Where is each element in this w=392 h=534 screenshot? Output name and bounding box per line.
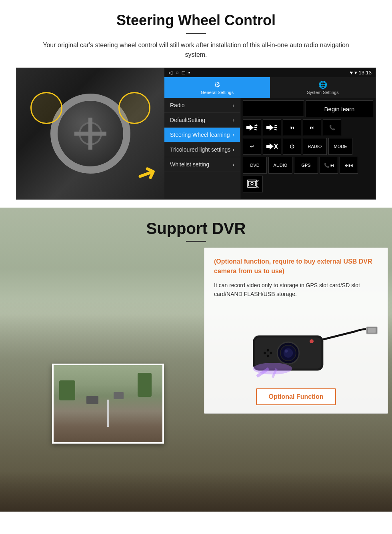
control-row-1: + - [243, 119, 373, 136]
control-row-4 [243, 176, 373, 192]
menu-list: Radio › DefaultSetting › Steering Wheel … [164, 98, 240, 199]
vol-down-btn[interactable]: - [263, 119, 281, 136]
mute-icon [266, 142, 278, 151]
svg-line-21 [257, 186, 258, 188]
begin-learn-button[interactable]: Begin learn [306, 100, 373, 117]
phone-next-btn[interactable]: ⏭⏭ [340, 157, 358, 174]
title-divider [186, 33, 206, 34]
record-btn[interactable] [243, 176, 263, 192]
control-row-2: ↩ ⏻ RADIO MODE [243, 138, 373, 155]
begin-learn-row: Begin learn [243, 100, 373, 117]
dvr-desc-text: It can record video only to storage in G… [214, 281, 378, 299]
menu-icon: ▪ [188, 70, 190, 76]
highlight-right [118, 92, 150, 124]
menu-radio-label: Radio [170, 102, 185, 108]
svg-point-26 [284, 348, 293, 358]
camera-illustration [214, 305, 378, 385]
back-icon: ◁ [168, 70, 172, 76]
tab-system[interactable]: 🌐 System Settings [270, 77, 376, 98]
dvr-title-divider [186, 241, 206, 242]
android-statusbar: ◁ ○ □ ▪ ♥ ▾ 13:13 [164, 68, 376, 77]
vol-down-icon: - [266, 123, 278, 132]
vol-up-btn[interactable]: + [243, 119, 261, 136]
svg-point-31 [270, 352, 272, 354]
svg-rect-12 [266, 145, 270, 148]
svg-point-18 [251, 182, 253, 185]
menu-item-steering[interactable]: Steering Wheel learning › [164, 128, 240, 142]
optional-function-button[interactable]: Optional Function [256, 388, 336, 405]
svg-point-32 [267, 354, 269, 357]
menu-item-radio[interactable]: Radio › [164, 98, 240, 113]
tab-general-label: General Settings [201, 90, 234, 95]
menu-tricolour-arrow: › [232, 146, 234, 153]
dvd-btn[interactable]: DVD [243, 157, 267, 174]
audio-btn[interactable]: AUDIO [268, 157, 292, 174]
svg-line-4 [254, 129, 257, 130]
dvr-thumbnail [52, 364, 164, 444]
mode-btn[interactable]: MODE [328, 138, 352, 155]
svg-rect-34 [368, 328, 376, 333]
trees-right [138, 373, 152, 397]
menu-steering-label: Steering Wheel learning [170, 132, 230, 138]
svg-text:+: + [255, 123, 258, 128]
svg-text:-: - [275, 126, 276, 131]
vehicle-2 [114, 392, 124, 399]
back-btn[interactable]: ↩ [243, 138, 261, 155]
dvr-section: Support DVR (Optional function, require … [0, 208, 392, 512]
menu-radio-arrow: › [232, 102, 234, 108]
svg-rect-17 [248, 181, 256, 186]
record-icon [246, 178, 259, 190]
phone-prev-btn[interactable]: 📞⏮ [320, 157, 338, 174]
home-icon: ○ [176, 70, 179, 76]
menu-tricolour-label: Tricoloured light settings [170, 146, 230, 153]
svg-marker-13 [270, 143, 274, 150]
menu-whitelist-label: Whitelist setting [170, 161, 209, 168]
tab-general[interactable]: ⚙ General Settings [164, 77, 270, 98]
android-tabs: ⚙ General Settings 🌐 System Settings [164, 77, 376, 98]
svg-rect-0 [246, 126, 250, 129]
next-btn[interactable]: ⏭ [303, 119, 321, 136]
android-content: Radio › DefaultSetting › Steering Wheel … [164, 98, 376, 199]
gps-btn[interactable]: GPS [294, 157, 318, 174]
mute-btn[interactable] [263, 138, 281, 155]
prev-btn[interactable]: ⏮ [283, 119, 301, 136]
svg-point-30 [267, 349, 269, 352]
arrow-overlay: ➜ [132, 157, 161, 190]
system-icon: 🌐 [318, 80, 327, 89]
steering-demo: ➜ ◁ ○ □ ▪ ♥ ▾ 13:13 ⚙ General Settings [16, 68, 376, 200]
thumbnail-bg [54, 365, 162, 442]
steering-title: Steering Wheel Control [16, 12, 376, 29]
dvr-optional-text: (Optional function, require to buy exter… [214, 257, 378, 276]
settings-icon: ⚙ [214, 80, 220, 89]
menu-whitelist-arrow: › [232, 161, 234, 168]
dvr-title-area: Support DVR [0, 208, 392, 248]
radio-btn[interactable]: RADIO [303, 138, 327, 155]
statusbar-right: ♥ ▾ 13:13 [350, 70, 372, 76]
optional-fn-container: Optional Function [214, 385, 378, 405]
vol-up-icon: + [246, 123, 258, 132]
trees-left [59, 380, 75, 400]
steering-photo: ➜ [16, 68, 164, 199]
svg-point-35 [253, 363, 292, 374]
menu-item-default[interactable]: DefaultSetting › [164, 113, 240, 128]
begin-learn-area [243, 100, 304, 116]
svg-marker-7 [270, 124, 274, 131]
svg-marker-1 [250, 124, 254, 131]
tab-system-label: System Settings [307, 90, 338, 95]
svg-point-28 [310, 339, 314, 343]
spoke-v [88, 118, 92, 150]
svg-point-27 [285, 350, 288, 353]
highlight-left [30, 92, 62, 124]
road-line [107, 400, 109, 426]
statusbar-left: ◁ ○ □ ▪ [168, 70, 190, 76]
dvr-title: Support DVR [0, 220, 392, 238]
power-btn[interactable]: ⏻ [283, 138, 301, 155]
menu-item-tricolour[interactable]: Tricoloured light settings › [164, 142, 240, 157]
steering-section: Steering Wheel Control Your original car… [0, 0, 392, 208]
menu-default-label: DefaultSetting [170, 117, 205, 123]
dvr-bottom-bar [0, 472, 392, 512]
svg-line-8 [274, 125, 277, 126]
phone-btn[interactable]: 📞 [323, 119, 341, 136]
dvr-camera-svg [214, 307, 378, 383]
menu-item-whitelist[interactable]: Whitelist setting › [164, 157, 240, 172]
